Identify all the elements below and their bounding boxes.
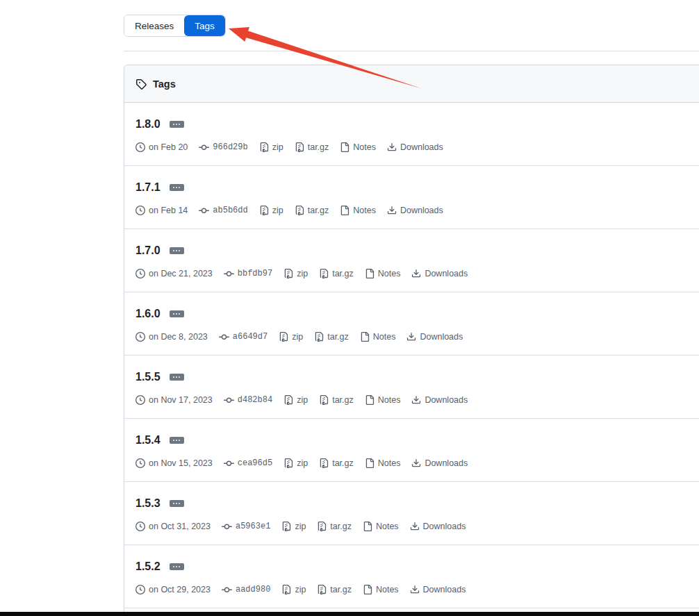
targz-label: tar.gz — [330, 584, 352, 595]
releases-tab[interactable]: Releases — [124, 15, 184, 36]
zip-label: zip — [272, 142, 283, 153]
file-icon — [360, 332, 370, 342]
zip-label: zip — [297, 394, 308, 406]
download-icon — [411, 458, 421, 468]
ellipsis-badge[interactable] — [170, 184, 184, 191]
commit-hash: ab5b6dd — [213, 205, 247, 216]
tag-date: on Dec 8, 2023 — [135, 331, 208, 342]
file-zip-icon — [279, 332, 288, 342]
downloads-label: Downloads — [423, 521, 466, 532]
targz-download-link[interactable]: tar.gz — [314, 331, 349, 342]
downloads-link[interactable]: Downloads — [387, 142, 443, 153]
targz-download-link[interactable]: tar.gz — [295, 205, 329, 216]
commit-link[interactable]: 966d29b — [199, 142, 247, 153]
notes-link[interactable]: Notes — [340, 142, 376, 153]
zip-download-link[interactable]: zip — [279, 331, 303, 342]
zip-download-link[interactable]: zip — [283, 458, 308, 469]
targz-label: tar.gz — [308, 142, 329, 153]
zip-download-link[interactable]: zip — [281, 584, 306, 595]
tag-date-text: on Dec 8, 2023 — [149, 331, 208, 342]
tag-date: on Nov 17, 2023 — [135, 394, 213, 406]
targz-download-link[interactable]: tar.gz — [317, 521, 352, 532]
ellipsis-badge[interactable] — [170, 374, 184, 381]
notes-label: Notes — [353, 205, 376, 216]
file-zip-icon — [314, 332, 324, 342]
zip-download-link[interactable]: zip — [283, 268, 308, 279]
commit-link[interactable]: d482b84 — [224, 394, 272, 406]
file-zip-icon — [283, 269, 293, 278]
downloads-link[interactable]: Downloads — [410, 521, 466, 532]
tag-date: on Feb 20 — [135, 142, 188, 153]
notes-link[interactable]: Notes — [365, 268, 401, 279]
targz-download-link[interactable]: tar.gz — [319, 268, 354, 279]
ellipsis-badge[interactable] — [170, 437, 184, 444]
notes-label: Notes — [378, 268, 401, 279]
targz-label: tar.gz — [330, 521, 352, 532]
ellipsis-badge[interactable] — [170, 310, 184, 317]
downloads-link[interactable]: Downloads — [411, 394, 468, 406]
notes-link[interactable]: Notes — [363, 521, 399, 532]
download-icon — [387, 142, 397, 152]
notes-link[interactable]: Notes — [340, 205, 376, 216]
downloads-link[interactable]: Downloads — [387, 205, 443, 216]
downloads-link[interactable]: Downloads — [411, 458, 468, 469]
ellipsis-badge[interactable] — [170, 500, 184, 507]
clock-icon — [135, 206, 145, 215]
notes-link[interactable]: Notes — [365, 394, 401, 406]
notes-link[interactable]: Notes — [365, 458, 401, 469]
commit-link[interactable]: aadd980 — [222, 584, 270, 595]
notes-label: Notes — [376, 584, 399, 595]
file-icon — [363, 522, 372, 531]
downloads-label: Downloads — [423, 584, 466, 595]
file-icon — [363, 585, 372, 594]
commit-hash: 966d29b — [213, 142, 247, 153]
file-zip-icon — [319, 395, 329, 405]
notes-link[interactable]: Notes — [363, 584, 399, 595]
file-zip-icon — [259, 206, 269, 215]
commit-link[interactable]: a5963e1 — [222, 521, 270, 532]
tag-date-text: on Nov 17, 2023 — [149, 394, 213, 406]
commit-link[interactable]: cea96d5 — [224, 458, 272, 469]
tag-name-link[interactable]: 1.5.5 — [135, 370, 161, 384]
downloads-link[interactable]: Downloads — [410, 584, 466, 595]
zip-download-link[interactable]: zip — [281, 521, 306, 532]
zip-download-link[interactable]: zip — [259, 142, 283, 153]
commit-link[interactable]: bbfdb97 — [224, 268, 272, 279]
tag-row: 1.5.4 on Nov 15, 2023 cea96d5 zip — [124, 419, 699, 482]
tag-name-link[interactable]: 1.7.0 — [135, 244, 161, 258]
downloads-label: Downloads — [420, 331, 463, 342]
tag-name-link[interactable]: 1.6.0 — [135, 307, 161, 321]
tag-name-link[interactable]: 1.5.4 — [135, 433, 161, 447]
tag-name-link[interactable]: 1.8.0 — [135, 117, 161, 131]
downloads-label: Downloads — [425, 458, 468, 469]
zip-label: zip — [295, 584, 306, 595]
download-icon — [411, 269, 421, 278]
file-zip-icon — [319, 269, 329, 278]
zip-download-link[interactable]: zip — [259, 205, 283, 216]
tag-icon — [135, 78, 147, 90]
tag-name-link[interactable]: 1.5.3 — [135, 497, 161, 510]
ellipsis-badge[interactable] — [170, 121, 184, 128]
downloads-link[interactable]: Downloads — [411, 268, 468, 279]
downloads-link[interactable]: Downloads — [406, 331, 463, 342]
targz-download-link[interactable]: tar.gz — [319, 394, 354, 406]
commit-link[interactable]: a6649d7 — [219, 331, 268, 342]
tag-list: 1.8.0 on Feb 20 966d29b zip — [124, 103, 699, 608]
tag-name-link[interactable]: 1.5.2 — [135, 560, 161, 574]
zip-download-link[interactable]: zip — [283, 394, 308, 406]
targz-download-link[interactable]: tar.gz — [319, 458, 354, 469]
tag-row: 1.5.3 on Oct 31, 2023 a5963e1 zip — [124, 482, 699, 545]
targz-download-link[interactable]: tar.gz — [295, 142, 329, 153]
file-icon — [340, 142, 350, 152]
clock-icon — [135, 332, 145, 342]
tag-name-link[interactable]: 1.7.1 — [135, 181, 161, 194]
downloads-label: Downloads — [425, 268, 468, 279]
ellipsis-badge[interactable] — [170, 563, 184, 570]
commit-hash: a5963e1 — [236, 521, 270, 532]
tags-tab[interactable]: Tags — [184, 15, 225, 36]
targz-download-link[interactable]: tar.gz — [317, 584, 352, 595]
ellipsis-badge[interactable] — [170, 247, 184, 254]
header-divider — [124, 51, 699, 51]
commit-link[interactable]: ab5b6dd — [199, 205, 247, 216]
notes-link[interactable]: Notes — [360, 331, 396, 342]
